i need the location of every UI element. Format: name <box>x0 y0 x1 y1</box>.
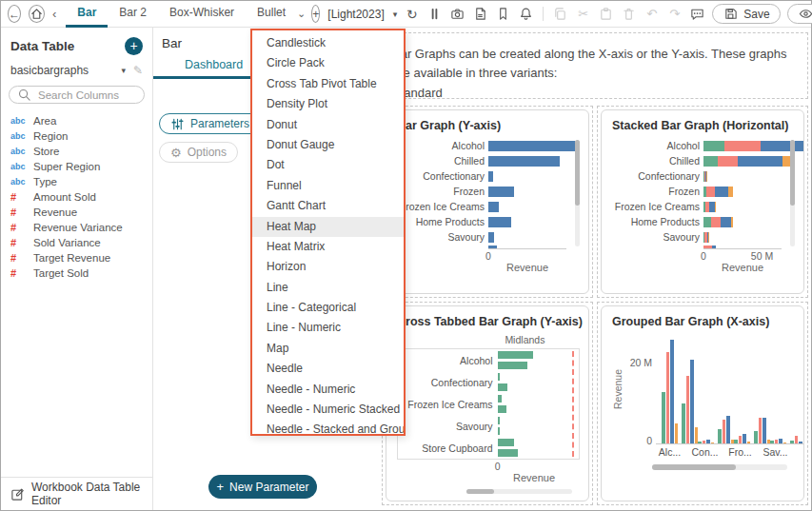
column-item-area[interactable]: abcArea <box>1 113 152 128</box>
panel-cross-tabbed-bar-graph[interactable]: Cross Tabbed Bar Graph (Y-axis)MidlandsA… <box>386 305 589 501</box>
add-dashboard-button[interactable]: + <box>311 5 320 23</box>
scroll-tabs-left-icon[interactable]: ‹ <box>52 7 56 21</box>
bar[interactable] <box>498 383 508 391</box>
bar-segment[interactable] <box>803 141 804 151</box>
bookmark-icon[interactable] <box>495 6 511 22</box>
bar[interactable] <box>790 441 794 443</box>
workbook-tab-bullet[interactable]: Bullet <box>246 1 297 28</box>
menu-item-line[interactable]: Line <box>252 278 404 298</box>
bar[interactable] <box>718 429 722 443</box>
refresh-icon[interactable]: ↻ <box>404 6 420 22</box>
column-item-target-sold[interactable]: #Target Sold <box>1 265 152 281</box>
parameters-button[interactable]: Parameters <box>159 113 261 134</box>
menu-item-needle-numeric[interactable]: Needle - Numeric <box>252 380 404 400</box>
bar-segment[interactable] <box>715 202 716 212</box>
bar[interactable] <box>498 373 500 381</box>
column-item-super-region[interactable]: abcSuper Region <box>1 159 152 174</box>
bar-segment[interactable] <box>711 217 721 227</box>
bar[interactable] <box>703 246 712 248</box>
bar[interactable] <box>662 392 665 443</box>
bar[interactable] <box>670 340 674 443</box>
bar-segment[interactable] <box>721 217 731 227</box>
scrollbar-thumb[interactable] <box>652 464 736 470</box>
bar[interactable] <box>726 416 730 443</box>
options-button[interactable]: ⚙ Options <box>159 142 238 163</box>
workbook-tab-box-whisker[interactable]: Box-Whisker <box>158 1 246 28</box>
menu-item-funnel[interactable]: Funnel <box>252 176 404 196</box>
bar[interactable] <box>775 440 779 443</box>
bar[interactable] <box>498 362 528 369</box>
bar[interactable] <box>488 171 493 182</box>
bar[interactable] <box>488 232 494 243</box>
bar[interactable] <box>770 441 774 443</box>
menu-item-line-numeric[interactable]: Line - Numeric <box>252 318 404 338</box>
add-data-table-button[interactable]: + <box>125 37 143 55</box>
workbook-name[interactable]: [Light2023] <box>327 8 384 21</box>
bar[interactable] <box>783 442 787 444</box>
bar[interactable] <box>666 352 670 443</box>
alerts-icon[interactable] <box>518 6 534 22</box>
menu-item-needle[interactable]: Needle <box>252 359 404 379</box>
bar-segment[interactable] <box>761 141 803 151</box>
column-item-sold-variance[interactable]: #Sold Variance <box>1 235 152 250</box>
column-item-revenue-variance[interactable]: #Revenue Variance <box>1 220 152 235</box>
stacked-bar[interactable] <box>703 187 733 197</box>
bar-segment[interactable] <box>718 156 739 167</box>
menu-item-dot[interactable]: Dot <box>252 155 404 175</box>
menu-item-circle-pack[interactable]: Circle Pack <box>252 53 404 73</box>
menu-item-horizon[interactable]: Horizon <box>252 257 404 277</box>
bar-segment[interactable] <box>731 217 733 227</box>
menu-item-donut[interactable]: Donut <box>252 115 404 135</box>
bar[interactable] <box>779 439 782 443</box>
bar-segment[interactable] <box>706 187 715 197</box>
column-item-store[interactable]: abcStore <box>1 144 152 159</box>
panel-bar-graph-y-axis[interactable]: Bar Graph (Y-axis)AlcoholChilledConfecti… <box>386 109 589 294</box>
bar[interactable] <box>498 417 500 424</box>
bar[interactable] <box>743 434 746 443</box>
menu-item-gantt-chart[interactable]: Gantt Chart <box>252 196 404 216</box>
vertical-scrollbar[interactable] <box>790 140 795 246</box>
new-parameter-button[interactable]: + New Parameter <box>208 475 317 499</box>
stacked-bar[interactable] <box>703 202 716 212</box>
horizontal-scrollbar[interactable] <box>652 464 787 470</box>
back-button[interactable]: ← <box>8 5 21 23</box>
menu-item-needle-stacked-and-grouped[interactable]: Needle - Stacked and Grouped <box>252 420 404 436</box>
bar[interactable] <box>488 246 497 248</box>
workbook-caret-icon[interactable]: ▾ <box>393 10 398 19</box>
workbook-tab-bar-2[interactable]: Bar 2 <box>108 1 158 28</box>
menu-item-donut-gauge[interactable]: Donut Gauge <box>252 135 404 155</box>
bar[interactable] <box>723 420 726 443</box>
scrollbar-thumb[interactable] <box>790 140 795 206</box>
bar[interactable] <box>762 418 766 443</box>
menu-item-density-plot[interactable]: Density Plot <box>252 94 404 114</box>
horizontal-scrollbar[interactable] <box>466 489 572 494</box>
bar-segment[interactable] <box>724 141 761 151</box>
menu-item-heat-map[interactable]: Heat Map <box>252 217 404 237</box>
data-table-caret-icon[interactable]: ▾ <box>121 66 126 75</box>
bar[interactable] <box>488 156 560 167</box>
search-columns-box[interactable] <box>9 86 145 104</box>
bar-segment[interactable] <box>715 187 729 197</box>
stacked-bar[interactable] <box>703 156 790 167</box>
bar[interactable] <box>498 405 506 413</box>
save-button[interactable]: Save <box>712 4 780 24</box>
bar[interactable] <box>488 217 511 227</box>
bar[interactable] <box>747 442 751 443</box>
bar-segment[interactable] <box>703 217 711 227</box>
workbook-tab-bar[interactable]: Bar <box>66 1 108 28</box>
bar-segment[interactable] <box>728 187 733 197</box>
bar[interactable] <box>682 403 685 443</box>
panel-grouped-bar-graph[interactable]: Grouped Bar Graph (X-axis)Revenue20 M0Al… <box>601 305 804 501</box>
comment-icon[interactable] <box>689 6 705 22</box>
stacked-bar[interactable] <box>703 171 707 182</box>
bar[interactable] <box>799 442 802 443</box>
bar[interactable] <box>795 436 799 443</box>
stacked-bar[interactable] <box>703 217 733 227</box>
bar[interactable] <box>488 141 577 151</box>
bar[interactable] <box>498 395 503 403</box>
search-columns-input[interactable] <box>36 88 136 102</box>
bar[interactable] <box>706 440 710 443</box>
snapshot-icon[interactable] <box>449 6 465 22</box>
data-table-selector[interactable]: basicbargraphs ▾ ✎ <box>1 59 152 79</box>
export-pdf-icon[interactable] <box>472 6 488 22</box>
